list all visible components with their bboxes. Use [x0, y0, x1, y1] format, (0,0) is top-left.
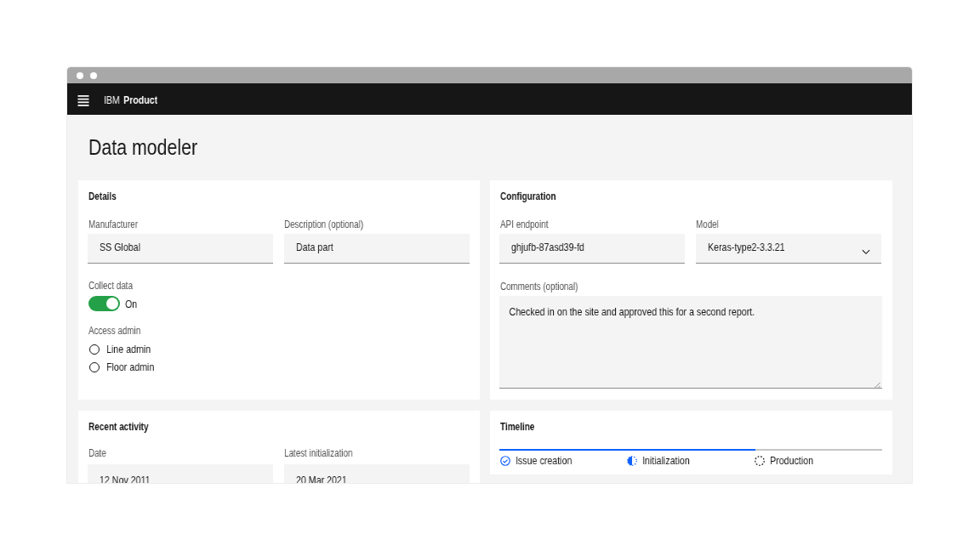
comments-label: Comments (optional): [500, 281, 578, 293]
api-endpoint-field: [499, 234, 685, 264]
configuration-card: Configuration API endpoint Model Keras-t…: [490, 180, 892, 400]
window-dot-1[interactable]: [77, 72, 83, 79]
incomplete-icon: [627, 456, 637, 466]
latest-initialization-label: Latest initialization: [284, 447, 352, 459]
latest-initialization-field: [284, 464, 470, 483]
page-content: Data modeler Details Manufacturer Descri…: [67, 115, 912, 483]
manufacturer-field: [88, 234, 273, 264]
step-label: Issue creation: [516, 454, 572, 467]
date-label: Date: [88, 447, 106, 459]
radio-label: Line admin: [106, 343, 151, 355]
toggle-knob: [106, 298, 118, 310]
brand-name: Product: [123, 94, 157, 106]
resize-handle-icon[interactable]: [873, 378, 880, 385]
latest-initialization-input[interactable]: [284, 464, 436, 483]
timeline-progress-track: [499, 449, 882, 451]
hamburger-menu-icon-glyph: [77, 95, 89, 106]
api-endpoint-input[interactable]: [499, 234, 652, 263]
step-label: Production: [770, 454, 813, 467]
manufacturer-label: Manufacturer: [88, 219, 138, 230]
brand[interactable]: IBM Product: [104, 83, 157, 115]
model-label: Model: [696, 219, 719, 230]
recent-activity-card-title: Recent activity: [88, 421, 149, 434]
radio-circle: [89, 344, 100, 355]
window-titlebar: [67, 67, 912, 83]
collect-data-label: Collect data: [88, 280, 133, 292]
page-title: Data modeler: [88, 136, 197, 159]
timeline-step-issue-creation: Issue creation: [500, 454, 584, 467]
app-window: IBM Product Data modeler Details Manufac…: [67, 67, 912, 483]
timeline-step-production: Production: [755, 454, 823, 467]
radio-label: Floor admin: [106, 361, 154, 373]
details-card-title: Details: [88, 190, 117, 203]
toggle-state-label: On: [125, 298, 137, 310]
model-selected-value: Keras-type2-3.3.21: [696, 234, 848, 263]
step-label: Initialization: [642, 454, 690, 467]
access-admin-label: Access admin: [88, 325, 140, 337]
configuration-card-title: Configuration: [500, 190, 556, 203]
checkmark-outline-icon: [500, 456, 510, 466]
chevron-down-glyph: [861, 247, 871, 257]
collect-data-toggle-row: On: [88, 296, 140, 311]
radio-line-admin[interactable]: Line admin: [89, 343, 161, 355]
brand-prefix: IBM: [104, 94, 120, 106]
window-dot-2[interactable]: [90, 72, 97, 79]
comments-field: Checked in on the site and approved this…: [499, 296, 882, 389]
model-select[interactable]: Keras-type2-3.3.21: [696, 234, 881, 264]
details-card: Details Manufacturer Description (option…: [78, 180, 480, 400]
timeline-progress-fill: [499, 449, 755, 451]
description-input[interactable]: [284, 234, 436, 263]
description-label: Description (optional): [284, 219, 363, 230]
timeline-step-initialization: Initialization: [627, 454, 700, 467]
radio-floor-admin[interactable]: Floor admin: [89, 361, 165, 373]
date-input[interactable]: [88, 464, 240, 483]
chevron-down-icon: [861, 245, 870, 254]
description-field: [284, 234, 470, 264]
collect-data-toggle[interactable]: [88, 296, 120, 311]
resize-handle-glyph: [873, 382, 880, 389]
hamburger-menu-icon[interactable]: [77, 94, 88, 105]
comments-textarea[interactable]: Checked in on the site and approved this…: [499, 296, 882, 388]
timeline-steps: Issue creation Initialization Production: [499, 454, 882, 464]
timeline-card: Timeline Issue creation I: [490, 411, 892, 474]
circle-dash-icon: [755, 456, 765, 466]
radio-circle: [89, 362, 100, 372]
date-field: [88, 464, 273, 483]
manufacturer-input[interactable]: [88, 234, 240, 263]
timeline-card-title: Timeline: [500, 421, 534, 434]
app-header: IBM Product: [67, 83, 912, 115]
api-endpoint-label: API endpoint: [500, 219, 548, 230]
recent-activity-card: Recent activity Date Latest initializati…: [78, 411, 480, 483]
